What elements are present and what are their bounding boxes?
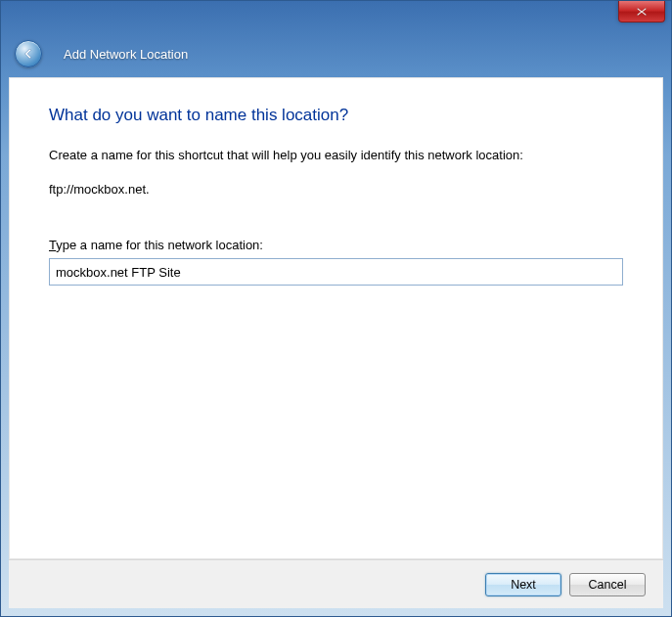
- instruction-text: Create a name for this shortcut that wil…: [49, 147, 623, 164]
- arrow-left-icon: [22, 47, 35, 61]
- wizard-title: Add Network Location: [64, 47, 188, 62]
- back-button[interactable]: [15, 40, 42, 67]
- content-body: What do you want to name this location? …: [10, 78, 662, 558]
- name-input[interactable]: [49, 258, 623, 286]
- next-button[interactable]: Next: [485, 573, 561, 596]
- page-heading: What do you want to name this location?: [49, 106, 623, 125]
- wizard-window: Add Network Location What do you want to…: [0, 0, 672, 617]
- cancel-button[interactable]: Cancel: [569, 573, 646, 596]
- wizard-header: Add Network Location: [1, 30, 671, 77]
- close-icon: [636, 7, 648, 17]
- close-button[interactable]: [618, 1, 665, 22]
- name-field-label: Type a name for this network location:: [49, 238, 623, 252]
- location-url: ftp://mockbox.net.: [49, 182, 623, 197]
- content-panel: What do you want to name this location? …: [9, 77, 663, 559]
- wizard-footer: Next Cancel: [9, 559, 663, 608]
- titlebar: [1, 1, 671, 30]
